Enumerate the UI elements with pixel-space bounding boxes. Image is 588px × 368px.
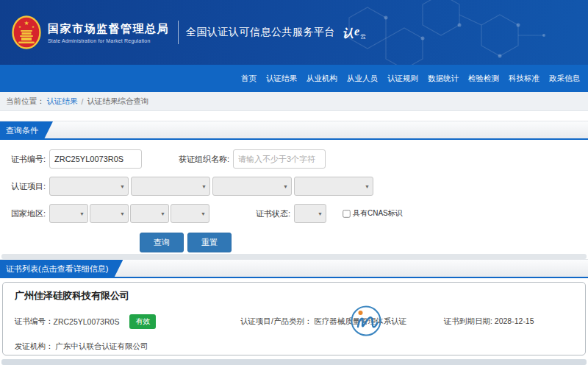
main-nav: 首页 认证结果 从业机构 从业人员 认证规则 数据统计 检验检测 科技标准 政采…	[0, 65, 588, 92]
nav-item-procurement[interactable]: 政采信息	[548, 71, 581, 86]
bottom-strip	[1, 359, 587, 365]
issuer-line: 发证机构： 广东中认联合认证有限公司	[3, 342, 585, 352]
chevron-down-icon: ▼	[201, 211, 206, 216]
project-select-1[interactable]: ▼	[49, 177, 129, 196]
nav-item-inspection[interactable]: 检验检测	[467, 71, 501, 86]
issuer-label: 发证机构：	[15, 342, 54, 350]
issuer-value: 广东中认联合认证有限公司	[55, 342, 148, 350]
region-select-2[interactable]: ▼	[90, 204, 129, 223]
site-header: ★ ★ ★ 国家市场监督管理总局 State Administration fo…	[0, 0, 588, 65]
svg-text:★: ★	[24, 20, 29, 26]
logo-yun: 云	[360, 32, 366, 40]
form-row-2: 认证项目: ▼ ▼ ▼ ▼	[0, 177, 588, 196]
platform-title: 全国认证认可信息公共服务平台	[186, 26, 335, 39]
query-form: 证书编号: 获证组织名称: 认证项目: ▼ ▼ ▼ ▼ 国家地区: ▼ ▼ ▼ …	[0, 140, 588, 254]
ren-e-yun-logo-icon: 认 e 云	[343, 25, 366, 40]
project-select-3[interactable]: ▼	[212, 177, 292, 196]
breadcrumb-prefix: 当前位置：	[6, 96, 45, 107]
svg-text:★: ★	[18, 25, 21, 29]
chevron-down-icon: ▼	[365, 184, 370, 189]
header-divider	[178, 21, 179, 44]
chevron-down-icon: ▼	[283, 184, 288, 189]
cert-no-label: 证书编号:	[0, 154, 46, 165]
org-name-input[interactable]	[233, 149, 326, 169]
logo-ren: 认	[343, 26, 354, 40]
company-name: 广州佳泽硅胶科技有限公司	[3, 289, 585, 302]
card-cert-no-value: ZRC25YL0073R0S	[54, 317, 120, 326]
query-section-bar: 查询条件	[0, 121, 588, 140]
breadcrumb-current: 认证结果综合查询	[87, 96, 148, 107]
query-section-title: 查询条件	[0, 121, 53, 139]
region-select-3[interactable]: ▼	[130, 204, 169, 223]
status-select[interactable]: ▼	[294, 204, 326, 223]
results-section-title: 证书列表(点击查看详细信息)	[0, 260, 123, 277]
breadcrumb: 当前位置： 认证结果 / 认证结果综合查询	[0, 92, 588, 111]
cnas-checkbox-group: 具有CNAS标识	[342, 208, 403, 219]
status-label: 证书状态:	[248, 208, 290, 219]
cert-no-input[interactable]	[49, 149, 142, 169]
national-emblem-icon: ★ ★ ★	[12, 15, 41, 49]
project-select-2[interactable]: ▼	[131, 177, 210, 196]
chevron-down-icon: ▼	[201, 184, 207, 189]
results-section-bar: 证书列表(点击查看详细信息)	[0, 259, 588, 278]
expiry-value: 2028-12-15	[495, 316, 534, 325]
chevron-down-icon: ▼	[120, 184, 125, 189]
svg-text:★: ★	[32, 25, 35, 29]
form-row-1: 证书编号: 获证组织名称:	[0, 149, 588, 169]
reset-button[interactable]: 重置	[187, 233, 232, 252]
nav-item-institutions[interactable]: 从业机构	[305, 71, 339, 86]
form-row-3: 国家地区: ▼ ▼ ▼ ▼ 证书状态: ▼ 具有CNAS标识	[0, 204, 588, 223]
project-select-4[interactable]: ▼	[294, 177, 373, 196]
cert-no-line: 证书编号： ZRC25YL0073R0S 有效	[15, 314, 156, 329]
org-name-label: 获证组织名称:	[142, 154, 229, 165]
org-title-block: 国家市场监督管理总局 State Administration for Mark…	[48, 22, 169, 43]
org-title-cn: 国家市场监督管理总局	[48, 22, 169, 35]
spacer	[0, 111, 588, 121]
certificate-details-row: 证书编号： ZRC25YL0073R0S 有效 认证项目/产品类别： 医疗器械质…	[3, 307, 585, 336]
chevron-down-icon: ▼	[160, 211, 165, 216]
breadcrumb-separator: /	[82, 97, 84, 106]
chevron-down-icon: ▼	[318, 211, 323, 216]
certification-body-logo-icon	[350, 305, 382, 337]
breadcrumb-link-cert-results[interactable]: 认证结果	[47, 96, 78, 107]
status-badge: 有效	[129, 314, 156, 329]
nav-item-personnel[interactable]: 从业人员	[345, 71, 379, 86]
chevron-down-icon: ▼	[120, 211, 125, 216]
nav-item-cert-rules[interactable]: 认证规则	[386, 71, 420, 86]
project-label: 认证项目:	[0, 181, 46, 192]
nav-item-statistics[interactable]: 数据统计	[426, 71, 460, 86]
certificate-card[interactable]: 广州佳泽硅胶科技有限公司 证书编号： ZRC25YL0073R0S 有效 认证项…	[2, 282, 586, 355]
region-select-1[interactable]: ▼	[49, 204, 88, 223]
nav-item-home[interactable]: 首页	[240, 71, 258, 86]
expiry-label: 证书到期日期:	[444, 316, 495, 325]
chevron-down-icon: ▼	[79, 211, 85, 216]
card-cert-no-label: 证书编号：	[15, 316, 54, 327]
divider-strip	[1, 254, 587, 259]
expiry-line: 证书到期日期: 2028-12-15	[444, 316, 534, 327]
button-row: 查询 重置	[0, 233, 588, 252]
logo-e: e	[354, 25, 359, 38]
nav-item-cert-results[interactable]: 认证结果	[265, 71, 298, 86]
region-select-4[interactable]: ▼	[171, 204, 209, 223]
cnas-label: 具有CNAS标识	[353, 208, 403, 219]
region-label: 国家地区:	[0, 208, 46, 219]
cnas-checkbox[interactable]	[343, 210, 350, 217]
nav-item-tech-standards[interactable]: 科技标准	[507, 71, 541, 86]
category-label: 认证项目/产品类别：	[240, 316, 312, 325]
search-button[interactable]: 查询	[140, 233, 184, 252]
org-title-en: State Administration for Market Regulati…	[48, 38, 169, 43]
